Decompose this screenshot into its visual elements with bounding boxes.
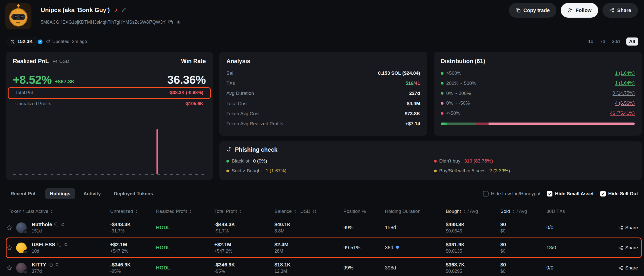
- search-token-icon[interactable]: [61, 222, 65, 227]
- analysis-panel: Analysis Bal 0.153 SOL ($24.04) TXs 516/…: [219, 52, 427, 136]
- unrealized-value: -$346.9K: [110, 262, 156, 268]
- header-realized-profit[interactable]: Realized Profit: [156, 209, 214, 214]
- token-name[interactable]: Butthole: [32, 222, 52, 227]
- follow-button[interactable]: Follow: [561, 3, 598, 18]
- distribution-count-link[interactable]: 46 (75.41%): [610, 111, 635, 116]
- share-row-button[interactable]: Share: [614, 225, 638, 230]
- distribution-panel: Distribution (61) >500% 1 (1.64%) 200% ~…: [434, 52, 642, 136]
- refresh-updated[interactable]: Updated: 2m ago: [46, 38, 87, 45]
- table-row-kitty[interactable]: KITTY 377d -$346.9K-95% HODL -$346.9K-95…: [0, 258, 644, 276]
- sold-avg-price: $0: [500, 228, 546, 234]
- analysis-row-bal: Bal 0.153 SOL ($24.04): [226, 70, 420, 76]
- copy-token-icon[interactable]: [54, 222, 59, 227]
- share-icon: [609, 8, 614, 13]
- bought-total: $368.7K: [446, 262, 500, 268]
- sort-icon[interactable]: [135, 209, 138, 214]
- balance-usd: $40.1K: [274, 222, 343, 227]
- header-unrealized[interactable]: Unrealized: [110, 209, 156, 214]
- range-dot-red: [441, 112, 444, 115]
- tab-deployed-tokens[interactable]: Deployed Tokens: [109, 188, 158, 199]
- filter-hide-low-liq[interactable]: Hide Low Liq/Honeypot: [483, 191, 540, 196]
- range-1d[interactable]: 1d: [588, 39, 593, 44]
- explorer-badge-icon[interactable]: [176, 20, 181, 25]
- range-all-active[interactable]: All: [626, 37, 638, 46]
- distribution-count-link[interactable]: 1 (1.64%): [615, 71, 635, 76]
- header-total-profit[interactable]: Total Profit: [214, 209, 274, 214]
- header-position-pct: Position %: [343, 209, 385, 214]
- sort-icon[interactable]: [189, 209, 192, 214]
- share-profile-button[interactable]: Share: [602, 3, 638, 18]
- header-sold-avg[interactable]: Sold/ Avg: [500, 209, 546, 214]
- holding-duration: 158d: [385, 225, 396, 230]
- copy-token-icon[interactable]: [57, 243, 62, 247]
- share-row-button[interactable]: Share: [614, 245, 638, 251]
- person-plus-icon: [568, 8, 573, 13]
- analysis-row-total-cost: Total Cost $4.4M: [226, 101, 420, 106]
- realized-profit-hodl: HODL: [156, 225, 214, 230]
- distribution-count-link[interactable]: 4 (6.56%): [615, 101, 635, 106]
- share-row-label: Share: [625, 245, 638, 251]
- copy-trade-button[interactable]: Copy trade: [509, 3, 556, 18]
- txs-30d-sells: /0: [549, 265, 553, 270]
- txs-30d-buys: 0: [546, 265, 549, 270]
- search-token-icon[interactable]: [64, 243, 68, 247]
- total-profit-value: +$2.1M: [214, 242, 274, 248]
- copy-token-icon[interactable]: [49, 263, 53, 267]
- checkbox-hide-sell-out[interactable]: [600, 191, 606, 196]
- phishing-label: Didn't buy:: [439, 158, 462, 164]
- sold-avg-price: $0: [500, 249, 546, 254]
- pnl-chart-baseline: [13, 174, 206, 175]
- header-token-last-active[interactable]: Token / Last Active: [6, 209, 110, 214]
- checkbox-hide-small-asset[interactable]: [547, 191, 552, 196]
- tab-holdings[interactable]: Holdings: [45, 188, 75, 199]
- header-bought-avg[interactable]: Bought/ Avg: [446, 209, 500, 214]
- table-row-useless[interactable]: USELESS 10d +$2.1M+547.2% HODL +$2.1M+54…: [0, 238, 644, 258]
- total-profit-pct: +547.2%: [214, 249, 274, 254]
- position-pct: 99%: [343, 225, 385, 230]
- usd-toggle-label[interactable]: USD: [300, 209, 310, 214]
- status-dot-yellow: [434, 170, 437, 172]
- range-dot-muted-green: [441, 92, 444, 95]
- sort-icon[interactable]: [512, 209, 515, 214]
- checkbox-hide-low-liq[interactable]: [483, 191, 489, 196]
- twitter-followers-pill[interactable]: 152.3K: [7, 37, 37, 46]
- range-dot-green: [441, 72, 444, 75]
- total-profit-value: -$346.9K: [214, 262, 274, 268]
- tab-recent-pnl[interactable]: Recent PnL: [6, 188, 42, 199]
- share-row-button[interactable]: Share: [614, 265, 638, 271]
- filter-hide-small-asset[interactable]: Hide Small Asset: [547, 191, 593, 196]
- range-30d[interactable]: 30d: [612, 39, 620, 44]
- filter-hide-sell-out[interactable]: Hide Sell Out: [600, 191, 638, 196]
- sort-icon[interactable]: [294, 209, 297, 214]
- analysis-row-token-avg-profit: Token Avg Realized Profits +$7.14: [226, 121, 420, 127]
- sort-icon[interactable]: [463, 209, 466, 214]
- holdings-table-body: Butthole 151d -$443.3K-91.7% HODL -$443.…: [0, 218, 644, 276]
- favorite-star-icon[interactable]: [6, 265, 13, 271]
- distribution-count-link[interactable]: 9 (14.75%): [613, 91, 635, 96]
- header-balance-usd[interactable]: BalanceUSD: [274, 209, 343, 214]
- diamond-hands-icon: [395, 246, 400, 250]
- sold-total: $0: [500, 262, 546, 268]
- phishing-item-didnt-buy: Didn't buy: 310 (83.78%): [434, 158, 635, 164]
- range-7d[interactable]: 7d: [600, 39, 605, 44]
- txs-30d-buys: 18: [546, 245, 552, 250]
- edit-name-pencil-icon[interactable]: [121, 8, 126, 13]
- usd-circle-icon[interactable]: [312, 209, 316, 214]
- sort-icon[interactable]: [239, 209, 242, 214]
- distribution-count-link[interactable]: 1 (1.64%): [615, 81, 635, 86]
- currency-toggle[interactable]: USD: [53, 59, 69, 64]
- bar-segment: [489, 123, 635, 125]
- distribution-range-label: 0% ~ -50%: [446, 100, 470, 106]
- token-avg-cost-label: Token Avg Cost: [226, 111, 260, 116]
- token-name[interactable]: USELESS: [32, 242, 55, 248]
- favorite-star-icon[interactable]: [6, 245, 13, 251]
- copy-address-icon[interactable]: [168, 20, 173, 25]
- search-token-icon[interactable]: [55, 263, 59, 267]
- token-name[interactable]: KITTY: [32, 262, 46, 268]
- share-icon: [618, 245, 623, 250]
- tab-activity[interactable]: Activity: [79, 188, 106, 199]
- sort-icon[interactable]: [50, 209, 53, 214]
- position-pct: 99%: [343, 265, 385, 271]
- favorite-star-icon[interactable]: [6, 224, 13, 231]
- table-row-butthole[interactable]: Butthole 151d -$443.3K-91.7% HODL -$443.…: [0, 218, 644, 238]
